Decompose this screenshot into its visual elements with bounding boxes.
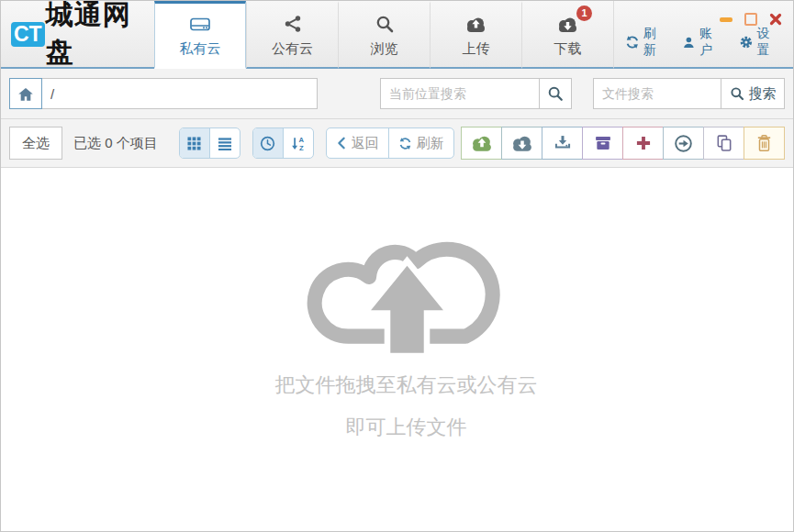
refresh-icon (625, 35, 640, 50)
search-icon (375, 13, 394, 33)
maximize-button[interactable] (744, 13, 757, 26)
settings-link[interactable]: 设置 (739, 26, 782, 59)
sort-toggle-group: AZ (252, 127, 314, 159)
home-button[interactable] (9, 78, 42, 109)
svg-text:A: A (299, 136, 305, 144)
user-icon (682, 36, 696, 50)
dropzone-hint-line2: 即可上传文件 (346, 414, 467, 441)
file-area[interactable]: 把文件拖拽至私有云或公有云 即可上传文件 (1, 168, 793, 531)
select-all-button[interactable]: 全选 (9, 127, 62, 160)
home-icon (17, 86, 34, 102)
download-count-badge: 1 (576, 6, 592, 21)
tab-label: 下载 (554, 40, 582, 58)
sort-by-time-button[interactable] (253, 128, 283, 158)
window-controls (720, 13, 782, 26)
tab-label: 浏览 (371, 40, 398, 58)
trash-icon (755, 134, 773, 152)
svg-text:Z: Z (299, 143, 304, 150)
minimize-button[interactable] (720, 17, 732, 22)
download-from-cloud-button[interactable] (501, 127, 542, 160)
tab-label: 上传 (463, 40, 490, 58)
dropzone-hint-line1: 把文件拖拽至私有云或公有云 (275, 371, 538, 399)
cloud-download-icon (510, 134, 534, 152)
grid-icon (187, 137, 201, 150)
copy-icon (715, 134, 733, 152)
settings-label: 设置 (756, 26, 782, 59)
minimize-icon (720, 17, 732, 22)
chevron-left-icon (336, 137, 347, 150)
hard-drive-icon (189, 13, 211, 33)
utility-bar: 刷新 账户 设置 (625, 26, 782, 59)
location-search-group (380, 78, 572, 109)
path-input[interactable] (42, 78, 318, 109)
cloud-upload-watermark-icon (294, 206, 519, 364)
new-folder-button[interactable] (622, 127, 664, 160)
header-right: 刷新 账户 设置 (613, 1, 793, 69)
dropzone: 把文件拖拽至私有云或公有云 即可上传文件 (275, 168, 538, 441)
account-label: 账户 (699, 26, 725, 59)
tab-private-cloud[interactable]: 私有云 (154, 1, 246, 69)
refresh-button[interactable]: 刷新 (388, 128, 453, 158)
upload-to-cloud-button[interactable] (461, 127, 502, 160)
tab-browse[interactable]: 浏览 (338, 1, 430, 69)
tab-download[interactable]: 1 下载 (521, 1, 613, 69)
app-logo: CT 城通网盘 (1, 1, 154, 69)
move-button[interactable] (663, 127, 704, 160)
tab-upload[interactable]: 上传 (430, 1, 521, 69)
file-search-input[interactable] (593, 78, 721, 109)
refresh-label: 刷新 (417, 135, 444, 152)
gear-icon (739, 35, 754, 50)
back-label: 返回 (352, 135, 379, 152)
close-button[interactable] (769, 13, 782, 26)
refresh-label: 刷新 (643, 26, 669, 59)
selection-status: 已选 0 个项目 (73, 135, 158, 152)
logo-badge: CT (11, 22, 45, 47)
download-tray-icon (554, 134, 572, 152)
sort-az-icon: AZ (290, 136, 306, 151)
toolbar: 全选 已选 0 个项目 AZ 返回 刷新 (1, 119, 793, 168)
header: CT 城通网盘 私有云 公有云 浏览 上传 (1, 1, 793, 69)
copy-button[interactable] (703, 127, 744, 160)
cloud-download-icon: 1 (556, 13, 579, 33)
tab-label: 公有云 (272, 40, 313, 58)
back-button[interactable]: 返回 (327, 128, 388, 158)
list-view-button[interactable] (209, 128, 240, 158)
file-search-button[interactable]: 搜索 (721, 78, 785, 109)
file-actions (462, 127, 785, 160)
search-button-label: 搜索 (749, 85, 777, 103)
logo-text: 城通网盘 (46, 0, 154, 72)
clock-icon (260, 136, 275, 151)
refresh-icon (398, 137, 412, 150)
app-window: CT 城通网盘 私有云 公有云 浏览 上传 (0, 0, 794, 532)
address-row: 搜索 (1, 69, 793, 119)
share-icon (284, 13, 302, 33)
file-search-group: 搜索 (593, 78, 785, 109)
archive-box-icon (594, 134, 612, 152)
maximize-icon (744, 13, 757, 26)
archive-button[interactable] (582, 127, 623, 160)
search-icon (730, 86, 744, 101)
cloud-upload-icon (470, 134, 494, 152)
grid-view-button[interactable] (180, 128, 209, 158)
arrow-right-circle-icon (674, 134, 693, 153)
search-icon (547, 85, 564, 102)
close-icon (769, 13, 782, 26)
tab-label: 私有云 (180, 40, 221, 58)
location-search-input[interactable] (380, 78, 540, 109)
list-icon (218, 137, 232, 150)
cloud-upload-icon (464, 13, 487, 33)
save-to-local-button[interactable] (542, 127, 583, 160)
view-toggle-group (179, 127, 240, 159)
tab-public-cloud[interactable]: 公有云 (246, 1, 338, 69)
account-link[interactable]: 账户 (682, 26, 724, 59)
location-search-button[interactable] (539, 78, 572, 109)
sort-alpha-button[interactable]: AZ (283, 128, 313, 158)
refresh-link[interactable]: 刷新 (625, 26, 668, 59)
delete-button[interactable] (744, 127, 785, 160)
plus-icon (634, 134, 653, 152)
nav-group: 返回 刷新 (326, 127, 454, 159)
